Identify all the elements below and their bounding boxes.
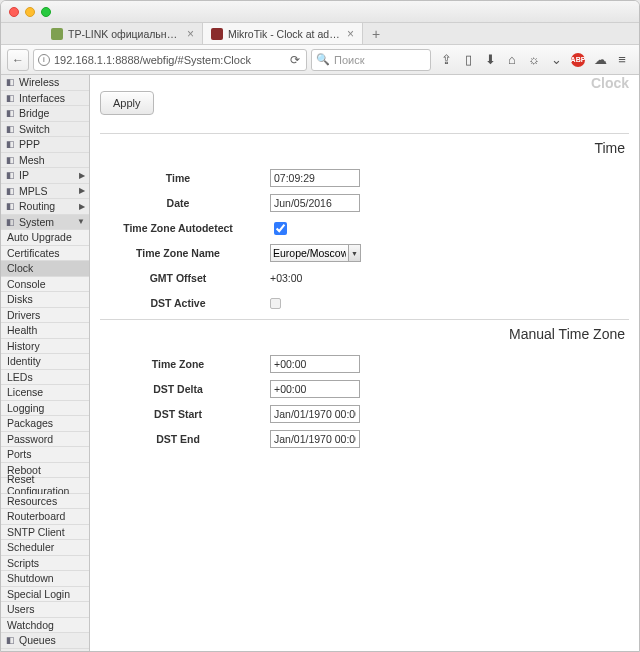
- sidebar-item-interfaces[interactable]: ◧Interfaces: [1, 91, 89, 107]
- chevron-down-icon[interactable]: ▼: [349, 244, 361, 262]
- sidebar-subitem-ports[interactable]: Ports: [1, 447, 89, 463]
- sidebar-item-label: Mesh: [19, 154, 45, 166]
- sidebar-item-label: Shutdown: [7, 572, 54, 584]
- time-input[interactable]: [270, 169, 360, 187]
- dst-delta-label: DST Delta: [100, 383, 270, 395]
- sidebar-item-label: Disks: [7, 293, 33, 305]
- menu-icon: ◧: [5, 201, 16, 212]
- tabstrip: TP-LINK официально подтве... × MikroTik …: [1, 23, 639, 45]
- sidebar-subitem-special login[interactable]: Special Login: [1, 587, 89, 603]
- window-close[interactable]: [9, 7, 19, 17]
- dst-start-label: DST Start: [100, 408, 270, 420]
- chevron-icon: ▶: [79, 186, 85, 195]
- dst-end-input[interactable]: [270, 430, 360, 448]
- sidebar-item-label: Special Login: [7, 588, 70, 600]
- menu-icon: ◧: [5, 185, 16, 196]
- dst-start-input[interactable]: [270, 405, 360, 423]
- sidebar-subitem-shutdown[interactable]: Shutdown: [1, 571, 89, 587]
- sidebar-subitem-sntp client[interactable]: SNTP Client: [1, 525, 89, 541]
- sidebar-item-mpls[interactable]: ◧MPLS▶: [1, 184, 89, 200]
- sync-icon[interactable]: ☼: [527, 52, 541, 67]
- sidebar-item-label: Drivers: [7, 309, 40, 321]
- tz-name-select[interactable]: [270, 244, 349, 262]
- cloud-icon[interactable]: ☁: [593, 52, 607, 67]
- sidebar-item-label: Console: [7, 278, 46, 290]
- sidebar-subitem-drivers[interactable]: Drivers: [1, 308, 89, 324]
- sidebar-subitem-certificates[interactable]: Certificates: [1, 246, 89, 262]
- sidebar-item-switch[interactable]: ◧Switch: [1, 122, 89, 138]
- time-label: Time: [100, 172, 270, 184]
- toolbar: ← i 192.168.1.1:8888/webfig/#System:Cloc…: [1, 45, 639, 75]
- sidebar-subitem-watchdog[interactable]: Watchdog: [1, 618, 89, 634]
- manual-tz-input[interactable]: [270, 355, 360, 373]
- sidebar-subitem-auto upgrade[interactable]: Auto Upgrade: [1, 230, 89, 246]
- sidebar-item-label: System: [19, 216, 54, 228]
- sidebar-subitem-clock[interactable]: Clock: [1, 261, 89, 277]
- tab-0[interactable]: TP-LINK официально подтве... ×: [43, 23, 203, 44]
- sidebar-subitem-packages[interactable]: Packages: [1, 416, 89, 432]
- sidebar-subitem-scripts[interactable]: Scripts: [1, 556, 89, 572]
- back-button[interactable]: ←: [7, 49, 29, 71]
- new-tab-button[interactable]: +: [363, 23, 389, 44]
- menu-icon: ◧: [5, 139, 16, 150]
- sidebar-subitem-resources[interactable]: Resources: [1, 494, 89, 510]
- sidebar-subitem-scheduler[interactable]: Scheduler: [1, 540, 89, 556]
- share-icon[interactable]: ⇪: [439, 52, 453, 67]
- window-minimize[interactable]: [25, 7, 35, 17]
- pocket-icon[interactable]: ⌄: [549, 52, 563, 67]
- tz-auto-checkbox[interactable]: [274, 222, 287, 235]
- sidebar-subitem-history[interactable]: History: [1, 339, 89, 355]
- home-icon[interactable]: ⌂: [505, 52, 519, 67]
- titlebar: [1, 1, 639, 23]
- dst-active-checkbox: [270, 298, 281, 309]
- menu-icon: ◧: [5, 108, 16, 119]
- sidebar-icon[interactable]: ▯: [461, 52, 475, 67]
- sidebar-item-ppp[interactable]: ◧PPP: [1, 137, 89, 153]
- menu-icon: ◧: [5, 123, 16, 134]
- date-input[interactable]: [270, 194, 360, 212]
- sidebar-item-mesh[interactable]: ◧Mesh: [1, 153, 89, 169]
- menu-icon: ◧: [5, 635, 16, 646]
- sidebar-subitem-logging[interactable]: Logging: [1, 401, 89, 417]
- dst-delta-input[interactable]: [270, 380, 360, 398]
- toolbar-icons: ⇪ ▯ ⬇ ⌂ ☼ ⌄ ABP ☁ ≡: [435, 52, 633, 67]
- sidebar-subitem-leds[interactable]: LEDs: [1, 370, 89, 386]
- sidebar-item-system[interactable]: ◧System▼: [1, 215, 89, 231]
- sidebar-subitem-identity[interactable]: Identity: [1, 354, 89, 370]
- search-box[interactable]: 🔍 Поиск: [311, 49, 431, 71]
- chevron-icon: ▶: [79, 171, 85, 180]
- site-info-icon[interactable]: i: [38, 54, 50, 66]
- tab-0-title: TP-LINK официально подтве...: [68, 28, 182, 40]
- sidebar-item-routing[interactable]: ◧Routing▶: [1, 199, 89, 215]
- sidebar-item-label: IP: [19, 169, 29, 181]
- sidebar-subitem-password[interactable]: Password: [1, 432, 89, 448]
- sidebar-item-ip[interactable]: ◧IP▶: [1, 168, 89, 184]
- tab-1[interactable]: MikroTik - Clock at adsky@192.16... ×: [203, 23, 363, 44]
- sidebar-subitem-health[interactable]: Health: [1, 323, 89, 339]
- sidebar-item-queues[interactable]: ◧Queues: [1, 633, 89, 649]
- apply-button[interactable]: Apply: [100, 91, 154, 115]
- sidebar-subitem-disks[interactable]: Disks: [1, 292, 89, 308]
- sidebar-item-wireless[interactable]: ◧Wireless: [1, 75, 89, 91]
- sidebar-item-label: Scheduler: [7, 541, 54, 553]
- sidebar-item-label: Scripts: [7, 557, 39, 569]
- url-bar[interactable]: i 192.168.1.1:8888/webfig/#System:Clock …: [33, 49, 307, 71]
- sidebar-subitem-users[interactable]: Users: [1, 602, 89, 618]
- menu-icon[interactable]: ≡: [615, 52, 629, 67]
- tab-close-icon[interactable]: ×: [187, 27, 194, 41]
- window-zoom[interactable]: [41, 7, 51, 17]
- sidebar-item-bridge[interactable]: ◧Bridge: [1, 106, 89, 122]
- section-time-title: Time: [100, 134, 629, 166]
- tab-close-icon[interactable]: ×: [347, 27, 354, 41]
- sidebar-item-label: PPP: [19, 138, 40, 150]
- downloads-icon[interactable]: ⬇: [483, 52, 497, 67]
- sidebar-item-label: Routerboard: [7, 510, 65, 522]
- adblock-icon[interactable]: ABP: [571, 53, 585, 67]
- sidebar-subitem-reset configuration[interactable]: Reset Configuration: [1, 478, 89, 494]
- sidebar-subitem-routerboard[interactable]: Routerboard: [1, 509, 89, 525]
- reload-icon[interactable]: ⟳: [288, 53, 302, 67]
- sidebar-subitem-license[interactable]: License: [1, 385, 89, 401]
- sidebar-subitem-console[interactable]: Console: [1, 277, 89, 293]
- sidebar-item-files[interactable]: ◧Files: [1, 649, 89, 652]
- dst-active-label: DST Active: [100, 297, 270, 309]
